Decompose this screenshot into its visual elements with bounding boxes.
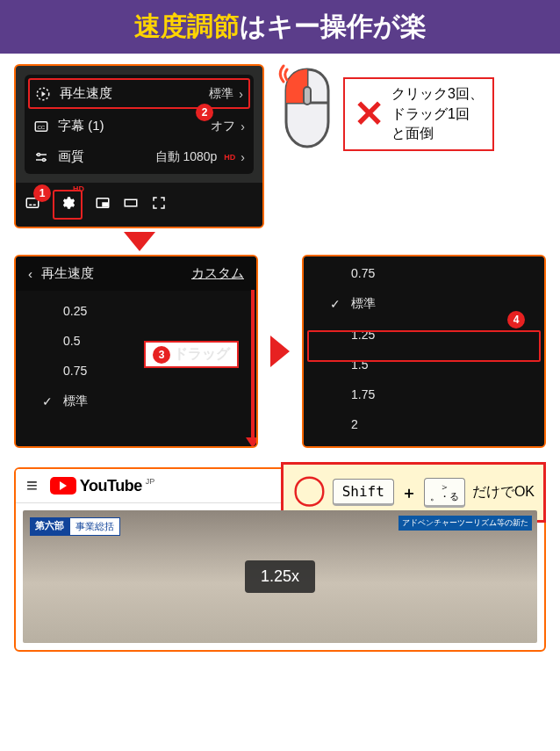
subtitles-button[interactable]: 1 <box>25 195 40 214</box>
menu-item-value: 標準 <box>209 86 233 102</box>
menu-icon[interactable]: ≡ <box>26 474 38 497</box>
theater-button[interactable] <box>123 195 139 214</box>
step-badge-1: 1 <box>33 184 51 202</box>
overlay-ribbon: アドベンチャーツーリズム等の新た <box>398 516 532 531</box>
back-button[interactable]: ‹再生速度 <box>28 265 94 282</box>
shortcut-text: だけでOK <box>472 483 535 502</box>
arrow-right-icon <box>270 336 290 367</box>
chevron-right-icon: › <box>241 119 245 134</box>
svg-rect-7 <box>103 203 107 206</box>
step-badge-3: 3 <box>153 346 170 364</box>
menu-item-speed[interactable]: 再生速度 標準 › <box>28 78 250 109</box>
menu-item-label: 画質 <box>58 148 84 165</box>
menu-item-value: 自動 1080p <box>155 149 218 165</box>
speed-menu-after: 0.75 ✓標準 1.25 1.5 1.75 2 4 <box>302 255 546 448</box>
settings-popover: 再生速度 標準 › 2 CC 字幕 (1) オフ › <box>14 64 264 228</box>
svg-point-4 <box>43 158 46 161</box>
drag-text: ドラッグ <box>174 345 230 364</box>
hd-badge: HD <box>224 153 235 162</box>
svg-point-3 <box>38 153 40 155</box>
speed-option[interactable]: ✓標準 <box>16 386 256 417</box>
menu-item-quality[interactable]: 画質 自動 1080pHD › <box>25 141 254 172</box>
speed-indicator: 1.25x <box>245 560 315 593</box>
menu-item-subtitles[interactable]: 2 CC 字幕 (1) オフ › <box>25 111 254 141</box>
custom-speed-link[interactable]: カスタム <box>191 265 244 282</box>
step-badge-2: 2 <box>196 104 213 121</box>
svg-rect-9 <box>304 87 311 105</box>
svg-rect-8 <box>125 199 137 206</box>
menu-item-label: 再生速度 <box>60 85 112 102</box>
circle-ok-icon: 〇 <box>292 470 326 515</box>
check-icon: ✓ <box>330 297 342 311</box>
youtube-region: JP <box>144 477 155 486</box>
callout-text: クリック3回、 ドラッグ1回 と面倒 <box>391 84 484 143</box>
step-badge-4: 4 <box>507 311 525 329</box>
play-circle-icon <box>35 86 51 102</box>
menu-item-label: 字幕 (1) <box>58 118 104 134</box>
speed-option[interactable]: 0.75 <box>304 258 544 288</box>
highlight-box <box>307 330 541 362</box>
scroll-drag-arrow <box>251 290 255 439</box>
svg-text:CC: CC <box>38 125 46 130</box>
arrow-down-icon <box>124 232 155 251</box>
speed-value: 標準 <box>63 394 88 409</box>
settings-button[interactable]: HD <box>53 190 83 220</box>
drag-label: 3 ドラッグ <box>144 341 239 368</box>
gear-icon <box>60 195 75 211</box>
video-player[interactable]: 第六部 事業総括 アドベンチャーツーリズム等の新た 1.25x <box>23 510 537 643</box>
speed-value: 0.75 <box>351 266 375 280</box>
chapter-title: 事業総括 <box>69 517 120 536</box>
speed-value: 1.75 <box>351 387 375 401</box>
period-key: ＞ 。・る <box>424 478 465 508</box>
speed-value: 2 <box>351 417 358 431</box>
key-top: ＞ <box>440 482 449 492</box>
sliders-icon <box>33 149 49 165</box>
chevron-right-icon: › <box>239 87 243 101</box>
mouse-illustration <box>276 64 338 152</box>
check-icon: ✓ <box>42 394 54 408</box>
x-icon: ✕ <box>354 96 384 133</box>
hd-badge: HD <box>73 184 84 193</box>
speed-value: 標準 <box>351 296 376 312</box>
speed-option[interactable]: 1.75 <box>304 379 544 409</box>
click-count-callout: ✕ クリック3回、 ドラッグ1回 と面倒 <box>343 77 494 150</box>
settings-menu: 再生速度 標準 › 2 CC 字幕 (1) オフ › <box>25 75 254 174</box>
chevron-left-icon: ‹ <box>28 266 32 281</box>
player-controls: 1 HD <box>16 183 262 227</box>
chevron-right-icon: › <box>241 150 245 164</box>
youtube-word: YouTube <box>78 477 142 495</box>
cc-icon: CC <box>33 119 49 134</box>
miniplayer-button[interactable] <box>95 195 111 214</box>
speed-value: 0.75 <box>63 364 87 378</box>
youtube-play-icon <box>50 477 76 495</box>
speed-value: 0.25 <box>63 304 87 318</box>
title-highlight: 速度調節 <box>134 11 240 40</box>
speed-option[interactable]: 0.25 <box>16 296 256 326</box>
youtube-logo[interactable]: YouTube JP <box>50 477 154 495</box>
title-rest: はキー操作が楽 <box>240 11 427 40</box>
speed-option[interactable]: 2 <box>304 409 544 439</box>
menu-item-value: オフ <box>211 119 235 134</box>
fullscreen-button[interactable] <box>151 195 167 214</box>
plus-text: ＋ <box>401 482 417 503</box>
chapter-prefix: 第六部 <box>30 517 69 536</box>
chapter-badge: 第六部 事業総括 <box>30 517 120 536</box>
shift-key: Shift <box>333 479 394 506</box>
title-banner: 速度調節はキー操作が楽 <box>0 0 560 54</box>
speed-value: 0.5 <box>63 334 80 348</box>
speed-menu-before: ‹再生速度 カスタム 0.25 0.5 0.75 ✓標準 3 ドラッグ <box>14 255 258 448</box>
key-bottom: 。・る <box>430 492 459 502</box>
speed-title: 再生速度 <box>41 265 94 282</box>
